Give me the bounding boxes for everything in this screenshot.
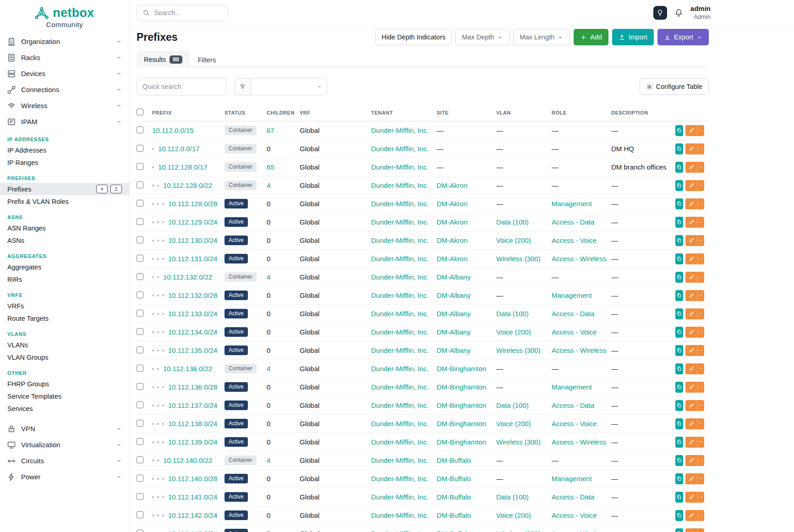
sidebar-item-route-targets[interactable]: Route Targets bbox=[0, 312, 129, 324]
edit-dropdown-button[interactable] bbox=[697, 180, 704, 191]
vlan-link[interactable]: Data (100) bbox=[496, 310, 529, 318]
role-link[interactable]: Management bbox=[552, 291, 592, 299]
sidebar-item-asns[interactable]: ASNs bbox=[0, 234, 129, 247]
tenant-link[interactable]: Dunder-Mifflin, Inc. bbox=[371, 438, 429, 446]
tenant-link[interactable]: Dunder-Mifflin, Inc. bbox=[371, 200, 429, 208]
col-header-role[interactable]: ROLE bbox=[552, 106, 611, 121]
edit-dropdown-button[interactable] bbox=[697, 253, 704, 264]
sidebar-item-rirs[interactable]: RIRs bbox=[0, 273, 129, 285]
edit-button[interactable] bbox=[685, 400, 697, 411]
edit-dropdown-button[interactable] bbox=[697, 363, 704, 374]
copy-button[interactable] bbox=[675, 455, 683, 466]
tenant-link[interactable]: Dunder-Mifflin, Inc. bbox=[371, 346, 429, 354]
prefix-link[interactable]: 10.112.138.0/24 bbox=[168, 420, 217, 428]
role-link[interactable]: Access - Voice bbox=[552, 236, 597, 244]
prefix-link[interactable]: 10.112.131.0/24 bbox=[168, 255, 217, 263]
theme-toggle-button[interactable] bbox=[653, 6, 667, 20]
row-checkbox[interactable] bbox=[137, 365, 143, 372]
prefix-link[interactable]: 10.112.128.0/17 bbox=[158, 163, 207, 171]
col-header-vrf[interactable]: VRF bbox=[300, 106, 371, 121]
vlan-link[interactable]: Data (100) bbox=[496, 218, 529, 226]
prefix-link[interactable]: 10.112.133.0/24 bbox=[168, 310, 217, 318]
site-link[interactable]: DM-Akron bbox=[437, 181, 468, 189]
sidebar-item-vpn[interactable]: VPN bbox=[0, 421, 129, 437]
vlan-link[interactable]: Voice (200) bbox=[496, 328, 531, 336]
sidebar-item-vlan-groups[interactable]: VLAN Groups bbox=[0, 351, 129, 363]
select-all-checkbox[interactable] bbox=[137, 109, 143, 115]
copy-button[interactable] bbox=[675, 162, 683, 173]
site-link[interactable]: DM-Binghamton bbox=[437, 438, 486, 446]
children-link[interactable]: 4 bbox=[267, 181, 270, 189]
site-link[interactable]: DM-Akron bbox=[437, 218, 468, 226]
edit-dropdown-button[interactable] bbox=[697, 437, 704, 448]
vlan-link[interactable]: Wireless (300) bbox=[496, 255, 541, 263]
copy-button[interactable] bbox=[675, 290, 683, 301]
copy-button[interactable] bbox=[675, 272, 683, 283]
tenant-link[interactable]: Dunder-Mifflin, Inc. bbox=[371, 255, 429, 263]
copy-button[interactable] bbox=[675, 143, 683, 154]
tenant-link[interactable]: Dunder-Mifflin, Inc. bbox=[371, 163, 429, 171]
site-link[interactable]: DM-Buffalo bbox=[437, 493, 471, 501]
site-link[interactable]: DM-Binghamton bbox=[437, 420, 486, 428]
site-link[interactable]: DM-Albany bbox=[437, 346, 471, 354]
copy-button[interactable] bbox=[675, 363, 683, 374]
copy-button[interactable] bbox=[675, 492, 683, 503]
hide-depth-indicators-button[interactable]: Hide Depth Indicators bbox=[375, 29, 452, 45]
edit-button[interactable] bbox=[685, 143, 697, 154]
prefix-link[interactable]: 10.112.0.0/15 bbox=[152, 126, 194, 134]
role-link[interactable]: Access - Data bbox=[552, 401, 594, 409]
brand[interactable]: netbox Community bbox=[0, 0, 129, 28]
row-checkbox[interactable] bbox=[137, 530, 143, 532]
edit-dropdown-button[interactable] bbox=[697, 492, 704, 503]
edit-dropdown-button[interactable] bbox=[697, 198, 704, 209]
global-search-input[interactable] bbox=[154, 9, 222, 16]
sidebar-item-fhrp-groups[interactable]: FHRP Groups bbox=[0, 378, 129, 390]
row-checkbox[interactable] bbox=[137, 456, 143, 463]
role-link[interactable]: Access - Data bbox=[552, 218, 594, 226]
sidebar-item-devices[interactable]: Devices bbox=[0, 66, 129, 82]
site-link[interactable]: DM-Buffalo bbox=[437, 475, 471, 483]
sidebar-item-aggregates[interactable]: Aggregates bbox=[0, 261, 129, 273]
tenant-link[interactable]: Dunder-Mifflin, Inc. bbox=[371, 383, 429, 391]
sidebar-item-virtualization[interactable]: Virtualization bbox=[0, 437, 129, 453]
edit-button[interactable] bbox=[685, 510, 697, 521]
prefix-link[interactable]: 10.112.129.0/24 bbox=[168, 218, 217, 226]
children-link[interactable]: 67 bbox=[267, 126, 274, 134]
copy-button[interactable] bbox=[675, 235, 683, 246]
export-button[interactable]: Export bbox=[657, 29, 709, 45]
edit-dropdown-button[interactable] bbox=[697, 400, 704, 411]
prefix-link[interactable]: 10.112.132.0/28 bbox=[168, 291, 217, 299]
vlan-link[interactable]: Voice (200) bbox=[496, 420, 531, 428]
vlan-link[interactable]: Voice (200) bbox=[496, 511, 531, 519]
edit-button[interactable] bbox=[685, 217, 697, 228]
edit-dropdown-button[interactable] bbox=[697, 418, 704, 429]
tenant-link[interactable]: Dunder-Mifflin, Inc. bbox=[371, 365, 429, 373]
edit-dropdown-button[interactable] bbox=[697, 382, 704, 393]
prefix-link[interactable]: 10.112.137.0/24 bbox=[168, 401, 217, 409]
copy-button[interactable] bbox=[675, 345, 683, 356]
sidebar-item-wireless[interactable]: Wireless bbox=[0, 98, 129, 114]
edit-dropdown-button[interactable] bbox=[697, 308, 704, 319]
row-checkbox[interactable] bbox=[137, 181, 143, 188]
sidebar-item-connections[interactable]: Connections bbox=[0, 82, 129, 98]
role-link[interactable]: Access - Data bbox=[552, 310, 594, 318]
sidebar-item-service-templates[interactable]: Service Templates bbox=[0, 390, 129, 402]
edit-dropdown-button[interactable] bbox=[697, 143, 704, 154]
role-link[interactable]: Management bbox=[552, 200, 592, 208]
children-link[interactable]: 4 bbox=[267, 365, 270, 373]
children-link[interactable]: 65 bbox=[267, 163, 274, 171]
tab-results[interactable]: Results 90 bbox=[137, 52, 189, 67]
copy-button[interactable] bbox=[675, 308, 683, 319]
role-link[interactable]: Management bbox=[552, 383, 592, 391]
prefix-link[interactable]: 10.112.128.0/28 bbox=[168, 200, 217, 208]
prefix-link[interactable]: 10.112.143.0/24 bbox=[168, 530, 217, 532]
site-link[interactable]: DM-Binghamton bbox=[437, 383, 486, 391]
row-checkbox[interactable] bbox=[137, 255, 143, 262]
site-link[interactable]: DM-Akron bbox=[437, 255, 468, 263]
children-link[interactable]: 4 bbox=[267, 273, 270, 281]
tenant-link[interactable]: Dunder-Mifflin, Inc. bbox=[371, 181, 429, 189]
prefix-link[interactable]: 10.112.139.0/24 bbox=[168, 438, 217, 446]
edit-button[interactable] bbox=[685, 290, 697, 301]
max-depth-button[interactable]: Max Depth bbox=[455, 29, 509, 45]
copy-button[interactable] bbox=[675, 125, 683, 136]
